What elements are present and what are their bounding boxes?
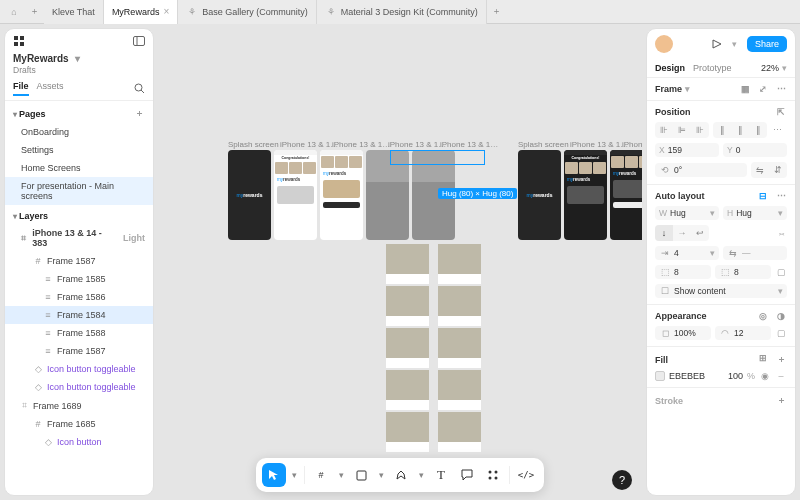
tab-assets[interactable]: Assets [37,81,64,96]
avatar[interactable] [655,35,673,53]
autolayout-adv-icon[interactable]: ⟗ [775,228,787,238]
mock-home-dark[interactable]: myrewards [610,150,642,240]
frame-label[interactable]: iPhone 13 & 1… [440,140,498,149]
present-dropdown-icon[interactable]: ▾ [729,39,741,49]
fill-hex[interactable]: EBEBEB [669,371,705,381]
align-horizontal[interactable]: ⊪⊫⊪ [655,122,709,138]
move-tool-dropdown[interactable]: ▾ [288,463,300,487]
gap-input[interactable]: ⇥4▾ [655,246,719,260]
canvas[interactable]: Splash screen iPhone 13 & 1… iPhone 13 &… [158,24,642,500]
layer-component[interactable]: ◇Icon button toggleable [5,360,153,378]
page-item[interactable]: For presentation - Main screens [5,177,153,205]
shape-tool-dropdown[interactable]: ▾ [375,463,387,487]
frame-label[interactable]: iPhone 13 & 1… [570,140,628,149]
align-vertical[interactable]: ‖‖‖ [713,122,767,138]
more-icon[interactable]: ⋯ [775,84,787,94]
layer-item[interactable]: ≡Frame 1585 [5,270,153,288]
add-tab-icon[interactable]: ＋ [24,2,44,22]
tile-column-2[interactable] [438,244,481,452]
pages-header[interactable]: ▾Pages ＋ [5,101,153,123]
comment-tool[interactable] [455,463,479,487]
radius-individual-icon[interactable]: ▢ [775,328,787,338]
layer-item[interactable]: ⌗Frame 1689 [5,396,153,415]
present-icon[interactable] [711,39,723,49]
new-tab-button[interactable]: ＋ [487,2,507,22]
mock-splash-dark[interactable]: myrewards [518,150,561,240]
pad-individual-icon[interactable]: ▢ [775,267,787,277]
dev-mode-toggle[interactable]: </> [514,463,538,487]
add-page-icon[interactable]: ＋ [133,107,145,120]
tab-file-0[interactable]: Kleve That [44,0,104,24]
align-panel-icon[interactable]: ⇱ [775,107,787,117]
direction-controls[interactable]: ↓→↩ [655,225,709,241]
page-item[interactable]: Settings [5,141,153,159]
tile-column-1[interactable] [386,244,429,452]
zoom-control[interactable]: 22%▾ [761,63,787,73]
mock-congrats[interactable]: Congratulations!myrewards [274,150,317,240]
gap-secondary[interactable]: ⇆— [723,246,787,260]
home-icon[interactable]: ⌂ [4,2,24,22]
frame-label[interactable]: iPhone 13 & 1… [280,140,338,149]
remove-fill-icon[interactable]: – [775,371,787,381]
visibility-icon[interactable]: ◎ [757,311,769,321]
frame-label[interactable]: iPhone 13 & 1… [388,140,446,149]
frame-label[interactable]: iPhone 13 & 1… [332,140,390,149]
fill-swatch[interactable] [655,371,665,381]
more-align-icon[interactable]: ⋯ [771,125,783,135]
mock-home[interactable]: myrewards [320,150,363,240]
tab-file-1[interactable]: MyRewards× [104,0,178,24]
flip-controls[interactable]: ⇋⇵ [751,162,787,178]
layer-item[interactable]: ≡Frame 1588 [5,324,153,342]
autolayout-more-icon[interactable]: ⋯ [775,191,787,201]
pen-tool[interactable] [389,463,413,487]
blend-icon[interactable]: ◑ [775,311,787,321]
page-item[interactable]: Home Screens [5,159,153,177]
layout-grid-icon[interactable]: ▦ [739,84,751,94]
tab-file-3[interactable]: ⚘Material 3 Design Kit (Community) [317,0,487,24]
add-fill-icon[interactable]: ＋ [775,353,787,366]
layer-component[interactable]: ◇Icon button toggleable [5,378,153,396]
frame-label[interactable]: Splash screen [518,140,569,149]
fill-visibility-icon[interactable]: ◉ [759,371,771,381]
pad-h-input[interactable]: ⬚8 [655,265,711,279]
tab-design[interactable]: Design [655,59,685,77]
help-button[interactable]: ? [612,470,632,490]
tab-prototype[interactable]: Prototype [693,59,732,77]
fill-opacity[interactable]: 100 [728,371,743,381]
width-mode[interactable]: WHug▾ [655,206,719,220]
fit-icon[interactable]: ⤢ [757,84,769,94]
text-tool[interactable]: T [429,463,453,487]
mock-congrats-dark[interactable]: Congratulations!myrewards [564,150,607,240]
pen-tool-dropdown[interactable]: ▾ [415,463,427,487]
frame-label[interactable]: Splash screen [228,140,279,149]
layer-root[interactable]: ⌗iPhone 13 & 14 - 383 Light [5,224,153,252]
clip-content-select[interactable]: ☐Show content▾ [655,284,787,298]
y-input[interactable]: Y0 [723,143,787,157]
menu-icon[interactable] [13,35,25,47]
shape-tool[interactable] [349,463,373,487]
actions-tool[interactable] [481,463,505,487]
tab-file[interactable]: File [13,81,29,96]
add-stroke-icon[interactable]: ＋ [775,394,787,407]
move-tool[interactable] [262,463,286,487]
tab-file-2[interactable]: ⚘Base Gallery (Community) [178,0,317,24]
mock-splash-light[interactable]: myrewards [228,150,271,240]
layer-component[interactable]: ◇Icon button [5,433,153,451]
autolayout-settings-icon[interactable]: ⊟ [757,191,769,201]
layer-item[interactable]: #Frame 1685 [5,415,153,433]
sidebar-toggle-icon[interactable] [133,36,145,46]
layer-item[interactable]: ≡Frame 1586 [5,288,153,306]
close-icon[interactable]: × [163,6,169,17]
project-name[interactable]: MyRewards▾ [13,53,145,64]
rotation-input[interactable]: ⟲0° [655,163,747,177]
search-icon[interactable] [133,83,145,94]
page-item[interactable]: OnBoarding [5,123,153,141]
layer-item-selected[interactable]: ≡Frame 1584 [5,306,153,324]
layer-item[interactable]: ≡Frame 1587 [5,342,153,360]
layer-item[interactable]: #Frame 1587 [5,252,153,270]
pad-v-input[interactable]: ⬚8 [715,265,771,279]
radius-input[interactable]: ◠12 [715,326,771,340]
frame-label[interactable]: iPhone [622,140,642,149]
layers-header[interactable]: ▾Layers [5,205,153,224]
frame-tool-dropdown[interactable]: ▾ [335,463,347,487]
